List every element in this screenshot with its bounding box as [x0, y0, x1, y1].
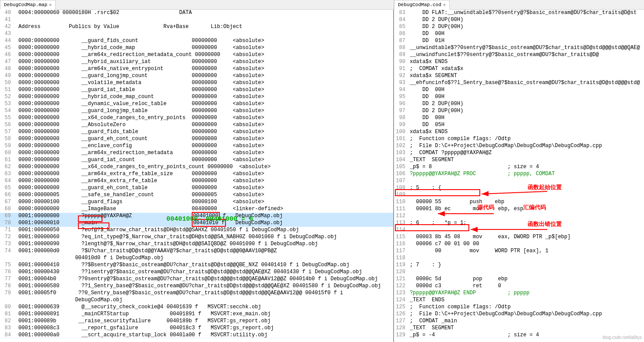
left-line-num: 71 [0, 227, 14, 234]
right-line-num: 99 [394, 122, 408, 129]
left-table-row: 52 0000:00000000 __hybrid_code_map_count… [0, 94, 393, 101]
right-line-content: DD 2 DUP(00H) [408, 24, 644, 31]
left-line-num: 65 [0, 185, 14, 192]
left-line-content: 0001:000089b __raise_securityfailure 004… [14, 318, 393, 325]
left-line-content: 0000:00000000 __hybrid_code_map_count 00… [14, 94, 393, 101]
left-line-content: 0000:00000005 __safe_se_handler_count 00… [14, 192, 393, 199]
right-line-content [408, 227, 644, 234]
tab-right[interactable]: DebugCodMap.cod ✕ [394, 0, 450, 10]
left-line-content: 0000:00000000 __guard_fids_count 0000000… [14, 38, 393, 45]
right-line-content: _p$ = 8 ; size = 4 [408, 164, 644, 171]
left-table-row: 66 0000:00000005 __safe_se_handler_count… [0, 192, 393, 199]
right-line-content: 00 mov WORD PTR [eax], 1 [408, 248, 644, 255]
right-table-row: 105_p$ = 8 ; size = 4 [394, 164, 644, 171]
right-line-content: __ehfuncinfo$??l_Sentry_base@?$basic_ost… [408, 80, 644, 87]
right-scroll[interactable]: 83 DD FLAT:__unwindtable$??0sentry@?$bas… [394, 10, 644, 342]
left-scroll[interactable]: 40 0004:00000060 00000180H .rsrc$02 DATA… [0, 10, 393, 342]
left-line-content: 0000:00000000 __guard_longjmp_table 0000… [14, 108, 393, 115]
left-table-row: 40 0004:00000060 00000180H .rsrc$02 DATA [0, 10, 393, 17]
right-line-num: 103 [394, 150, 408, 157]
right-line-content: DD 00H [408, 87, 644, 94]
left-table-row: 65 0000:00000000 __guard_eh_cont_table 0… [0, 185, 393, 192]
right-line-num: 92 [394, 73, 408, 80]
left-line-content: DebugCodMap.obj [14, 297, 393, 304]
left-line-content: Address Publics by Value Rva+Base Lib:Ob… [14, 24, 393, 31]
left-line-content: 0001:00000891 _mainCRTStartup 00401891 f… [14, 311, 393, 318]
right-line-num: 119 [394, 262, 408, 269]
right-line-content: DD 2 DUP(00H) [408, 108, 644, 115]
left-line-content: 0001:00004b0 ??0sentry@?$basic_ostream@D… [14, 276, 393, 283]
left-table-row: 45 0000:00000000 __hybrid_code_map 00000… [0, 45, 393, 52]
left-line-content [14, 31, 393, 38]
tab-left-label: DebugCodMap.map [4, 2, 47, 7]
right-line-content: ; Function compile flags: /Odtp [408, 136, 644, 143]
left-line-content: 0001:00000430 ??lsentry@?$basic_ostream@… [14, 269, 393, 276]
right-line-num: 102 [394, 143, 408, 150]
left-line-content: 0000:00000000 __arm64x_redirection_metad… [14, 150, 393, 157]
right-line-num: 91 [394, 66, 408, 73]
tab-bar-row: DebugCodMap.map ✕ DebugCodMap.cod ✕ [0, 0, 644, 10]
right-line-content [408, 269, 644, 276]
left-line-content: 0000:00000000 __arm64x_native_entrypoint… [14, 66, 393, 73]
left-line-content: 0001:00005f0 ??0_Sentry_base@?$basic_ost… [14, 290, 393, 297]
right-line-num: 88 [394, 45, 408, 52]
left-line-num: 84 [0, 332, 14, 339]
left-table-row: 42 Address Publics by Value Rva+Base Lib… [0, 24, 393, 31]
right-line-content: ; File D:\C++Project\DebugCodMap\DebugCo… [408, 311, 644, 318]
left-table-row: 61 0000:00000000 __guard_iat_count 00000… [0, 157, 393, 164]
right-line-content: ; COMDAT _main [408, 318, 644, 325]
left-line-num: 46 [0, 52, 14, 59]
right-table-row: 87 DD 01H [394, 38, 644, 45]
left-line-content: 0000:00000000 __AbsoluteZero 00000000 <a… [14, 122, 393, 129]
right-line-num: 96 [394, 101, 408, 108]
right-table-row: 90xdata$x ENDS [394, 59, 644, 66]
right-line-num: 110 [394, 199, 408, 206]
right-line-num: 115 [394, 234, 408, 241]
right-table-row: 117 00 mov WORD PTR [eax], 1 [394, 248, 644, 255]
right-table-row: 102; File D:\C++Project\DebugCodMap\Debu… [394, 143, 644, 150]
left-table-row: 64 0000:00000000 __arm64x_extra_rfe_tabl… [0, 178, 393, 185]
right-line-num: 85 [394, 24, 408, 31]
right-line-content: _TEXT SEGMENT [408, 325, 644, 332]
tab-left[interactable]: DebugCodMap.map ✕ [0, 0, 56, 10]
right-table-row: 85 DD 2 DUP(00H) [394, 24, 644, 31]
left-line-content: 0000:00000000 __volatile_metadata 000000… [14, 80, 393, 87]
right-line-content: ; 5 : { [408, 185, 644, 192]
left-line-num: 54 [0, 108, 14, 115]
right-table-row: 84 DD 2 DUP(00H) [394, 17, 644, 24]
left-line-num: 58 [0, 136, 14, 143]
right-table-row: 114 [394, 227, 644, 234]
right-line-num: 108 [394, 185, 408, 192]
left-line-num: 55 [0, 115, 14, 122]
left-line-num: 48 [0, 66, 14, 73]
left-table-row: 80 0001:00000639 @__security_check_cooki… [0, 304, 393, 311]
left-line-content: 0001:00000580 ??1_Sentry_base@?$basic_os… [14, 283, 393, 290]
left-table-row: 60 0000:00000000 __arm64x_redirection_me… [0, 150, 393, 157]
left-line-num: 40 [0, 10, 14, 17]
close-icon-right[interactable]: ✕ [443, 2, 446, 7]
close-icon-left[interactable]: ✕ [49, 2, 52, 7]
left-table-row: 75 0001:00000410 ??$Bsentry@?$basic_ostr… [0, 262, 393, 269]
right-line-num: 87 [394, 38, 408, 45]
left-line-content: 0000:00000000 __x64_code_ranges_to_entry… [14, 115, 393, 122]
right-table-row: 127; COMDAT _main [394, 318, 644, 325]
left-table-row: 62 0000:00000000 __x64_code_ranges_to_en… [0, 164, 393, 171]
left-table-row: 81 0001:00000891 _mainCRTStartup 0040189… [0, 311, 393, 318]
tab-right-label: DebugCodMap.cod [398, 2, 441, 7]
left-table-row: 73 0001:00000090 ?length@?$_Narrow_char_… [0, 241, 393, 248]
left-line-content: 004010d0 f i DebugCodMap.obj [14, 255, 393, 262]
left-line-content: 0000:00000000 __x64_code_ranges_to_entry… [14, 164, 393, 171]
left-line-num: 60 [0, 150, 14, 157]
left-line-content: 0000:00000000 __dynamic_value_reloc_tabl… [14, 101, 393, 108]
left-table-row: 57 0000:00000000 __guard_fids_table 0000… [0, 129, 393, 136]
right-table-row: 98 DD 00H [394, 115, 644, 122]
right-table-row: 96 DD 2 DUP(00H) [394, 101, 644, 108]
right-line-num: 105 [394, 164, 408, 171]
left-line-content: 0000:00000000 __guard_eh_cont_table 0000… [14, 185, 393, 192]
right-line-num: 129 [394, 332, 408, 339]
right-table-row: 94 DD 00H [394, 87, 644, 94]
right-table-row: 109 [394, 192, 644, 199]
right-line-num: 126 [394, 311, 408, 318]
right-table-row: 121 0000c 5d pop ebp [394, 276, 644, 283]
right-table-row: 123?ppppp@@YAXPAH@Z ENDP ; ppppp [394, 290, 644, 297]
